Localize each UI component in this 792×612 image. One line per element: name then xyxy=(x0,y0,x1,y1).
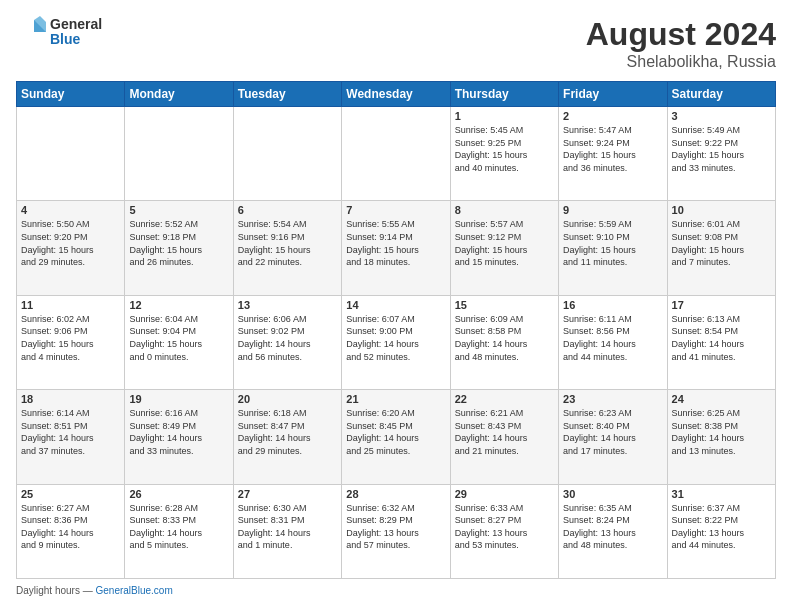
day-number: 14 xyxy=(346,299,445,311)
calendar-cell: 26Sunrise: 6:28 AM Sunset: 8:33 PM Dayli… xyxy=(125,484,233,578)
calendar-cell: 18Sunrise: 6:14 AM Sunset: 8:51 PM Dayli… xyxy=(17,390,125,484)
calendar-cell: 2Sunrise: 5:47 AM Sunset: 9:24 PM Daylig… xyxy=(559,107,667,201)
day-info: Sunrise: 6:02 AM Sunset: 9:06 PM Dayligh… xyxy=(21,313,120,363)
day-number: 28 xyxy=(346,488,445,500)
calendar-cell: 29Sunrise: 6:33 AM Sunset: 8:27 PM Dayli… xyxy=(450,484,558,578)
day-info: Sunrise: 6:06 AM Sunset: 9:02 PM Dayligh… xyxy=(238,313,337,363)
calendar-cell: 3Sunrise: 5:49 AM Sunset: 9:22 PM Daylig… xyxy=(667,107,775,201)
weekday-header: Friday xyxy=(559,82,667,107)
day-number: 15 xyxy=(455,299,554,311)
calendar-cell: 5Sunrise: 5:52 AM Sunset: 9:18 PM Daylig… xyxy=(125,201,233,295)
calendar-cell: 22Sunrise: 6:21 AM Sunset: 8:43 PM Dayli… xyxy=(450,390,558,484)
day-info: Sunrise: 6:18 AM Sunset: 8:47 PM Dayligh… xyxy=(238,407,337,457)
day-info: Sunrise: 5:59 AM Sunset: 9:10 PM Dayligh… xyxy=(563,218,662,268)
day-number: 1 xyxy=(455,110,554,122)
day-number: 25 xyxy=(21,488,120,500)
day-info: Sunrise: 6:27 AM Sunset: 8:36 PM Dayligh… xyxy=(21,502,120,552)
calendar-cell xyxy=(17,107,125,201)
calendar-cell: 13Sunrise: 6:06 AM Sunset: 9:02 PM Dayli… xyxy=(233,295,341,389)
calendar-cell xyxy=(233,107,341,201)
day-info: Sunrise: 6:28 AM Sunset: 8:33 PM Dayligh… xyxy=(129,502,228,552)
logo: General Blue xyxy=(16,16,102,48)
calendar-cell: 21Sunrise: 6:20 AM Sunset: 8:45 PM Dayli… xyxy=(342,390,450,484)
day-info: Sunrise: 5:50 AM Sunset: 9:20 PM Dayligh… xyxy=(21,218,120,268)
calendar-cell: 4Sunrise: 5:50 AM Sunset: 9:20 PM Daylig… xyxy=(17,201,125,295)
day-number: 24 xyxy=(672,393,771,405)
day-info: Sunrise: 6:37 AM Sunset: 8:22 PM Dayligh… xyxy=(672,502,771,552)
title-block: August 2024 Shelabolikha, Russia xyxy=(586,16,776,71)
calendar-cell: 7Sunrise: 5:55 AM Sunset: 9:14 PM Daylig… xyxy=(342,201,450,295)
day-number: 8 xyxy=(455,204,554,216)
day-number: 13 xyxy=(238,299,337,311)
day-number: 17 xyxy=(672,299,771,311)
day-info: Sunrise: 6:14 AM Sunset: 8:51 PM Dayligh… xyxy=(21,407,120,457)
calendar-cell: 31Sunrise: 6:37 AM Sunset: 8:22 PM Dayli… xyxy=(667,484,775,578)
day-number: 20 xyxy=(238,393,337,405)
day-number: 31 xyxy=(672,488,771,500)
calendar-cell: 27Sunrise: 6:30 AM Sunset: 8:31 PM Dayli… xyxy=(233,484,341,578)
day-number: 12 xyxy=(129,299,228,311)
footer-note: Daylight hours — GeneralBlue.com xyxy=(16,585,776,596)
day-info: Sunrise: 5:52 AM Sunset: 9:18 PM Dayligh… xyxy=(129,218,228,268)
day-info: Sunrise: 5:49 AM Sunset: 9:22 PM Dayligh… xyxy=(672,124,771,174)
day-number: 26 xyxy=(129,488,228,500)
calendar-cell: 8Sunrise: 5:57 AM Sunset: 9:12 PM Daylig… xyxy=(450,201,558,295)
logo-graphic: General Blue xyxy=(16,16,102,48)
day-info: Sunrise: 6:35 AM Sunset: 8:24 PM Dayligh… xyxy=(563,502,662,552)
page-header: General Blue August 2024 Shelabolikha, R… xyxy=(16,16,776,71)
day-info: Sunrise: 5:55 AM Sunset: 9:14 PM Dayligh… xyxy=(346,218,445,268)
day-number: 18 xyxy=(21,393,120,405)
day-info: Sunrise: 5:57 AM Sunset: 9:12 PM Dayligh… xyxy=(455,218,554,268)
source-link[interactable]: GeneralBlue.com xyxy=(95,585,172,596)
day-number: 19 xyxy=(129,393,228,405)
daylight-hours-label: Daylight hours xyxy=(16,585,80,596)
weekday-header: Thursday xyxy=(450,82,558,107)
day-info: Sunrise: 6:13 AM Sunset: 8:54 PM Dayligh… xyxy=(672,313,771,363)
logo-line2: Blue xyxy=(50,32,102,47)
day-info: Sunrise: 6:25 AM Sunset: 8:38 PM Dayligh… xyxy=(672,407,771,457)
day-info: Sunrise: 6:30 AM Sunset: 8:31 PM Dayligh… xyxy=(238,502,337,552)
day-number: 3 xyxy=(672,110,771,122)
logo-line1: General xyxy=(50,17,102,32)
day-number: 6 xyxy=(238,204,337,216)
calendar-cell: 20Sunrise: 6:18 AM Sunset: 8:47 PM Dayli… xyxy=(233,390,341,484)
day-number: 27 xyxy=(238,488,337,500)
day-number: 23 xyxy=(563,393,662,405)
day-number: 16 xyxy=(563,299,662,311)
calendar-cell: 16Sunrise: 6:11 AM Sunset: 8:56 PM Dayli… xyxy=(559,295,667,389)
day-number: 4 xyxy=(21,204,120,216)
day-number: 22 xyxy=(455,393,554,405)
calendar-cell: 14Sunrise: 6:07 AM Sunset: 9:00 PM Dayli… xyxy=(342,295,450,389)
calendar-cell: 28Sunrise: 6:32 AM Sunset: 8:29 PM Dayli… xyxy=(342,484,450,578)
logo-icon xyxy=(16,16,48,48)
day-number: 9 xyxy=(563,204,662,216)
calendar-cell xyxy=(125,107,233,201)
day-number: 30 xyxy=(563,488,662,500)
day-info: Sunrise: 6:21 AM Sunset: 8:43 PM Dayligh… xyxy=(455,407,554,457)
day-number: 10 xyxy=(672,204,771,216)
calendar-cell: 10Sunrise: 6:01 AM Sunset: 9:08 PM Dayli… xyxy=(667,201,775,295)
day-info: Sunrise: 6:07 AM Sunset: 9:00 PM Dayligh… xyxy=(346,313,445,363)
calendar-cell: 15Sunrise: 6:09 AM Sunset: 8:58 PM Dayli… xyxy=(450,295,558,389)
calendar-cell: 19Sunrise: 6:16 AM Sunset: 8:49 PM Dayli… xyxy=(125,390,233,484)
day-info: Sunrise: 5:54 AM Sunset: 9:16 PM Dayligh… xyxy=(238,218,337,268)
calendar-cell: 17Sunrise: 6:13 AM Sunset: 8:54 PM Dayli… xyxy=(667,295,775,389)
day-number: 29 xyxy=(455,488,554,500)
calendar-cell: 9Sunrise: 5:59 AM Sunset: 9:10 PM Daylig… xyxy=(559,201,667,295)
calendar-cell: 12Sunrise: 6:04 AM Sunset: 9:04 PM Dayli… xyxy=(125,295,233,389)
day-number: 2 xyxy=(563,110,662,122)
day-info: Sunrise: 6:09 AM Sunset: 8:58 PM Dayligh… xyxy=(455,313,554,363)
weekday-header: Tuesday xyxy=(233,82,341,107)
day-info: Sunrise: 6:04 AM Sunset: 9:04 PM Dayligh… xyxy=(129,313,228,363)
day-info: Sunrise: 5:47 AM Sunset: 9:24 PM Dayligh… xyxy=(563,124,662,174)
day-info: Sunrise: 6:01 AM Sunset: 9:08 PM Dayligh… xyxy=(672,218,771,268)
day-info: Sunrise: 6:16 AM Sunset: 8:49 PM Dayligh… xyxy=(129,407,228,457)
day-info: Sunrise: 5:45 AM Sunset: 9:25 PM Dayligh… xyxy=(455,124,554,174)
day-info: Sunrise: 6:11 AM Sunset: 8:56 PM Dayligh… xyxy=(563,313,662,363)
day-info: Sunrise: 6:23 AM Sunset: 8:40 PM Dayligh… xyxy=(563,407,662,457)
calendar-cell: 11Sunrise: 6:02 AM Sunset: 9:06 PM Dayli… xyxy=(17,295,125,389)
calendar-cell: 1Sunrise: 5:45 AM Sunset: 9:25 PM Daylig… xyxy=(450,107,558,201)
location: Shelabolikha, Russia xyxy=(586,53,776,71)
day-info: Sunrise: 6:20 AM Sunset: 8:45 PM Dayligh… xyxy=(346,407,445,457)
weekday-header: Sunday xyxy=(17,82,125,107)
